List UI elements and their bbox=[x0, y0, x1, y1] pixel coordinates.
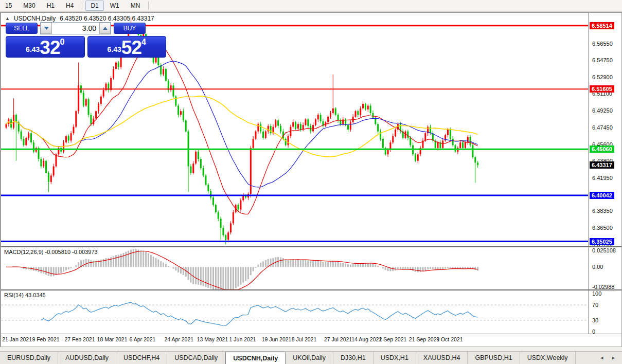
time-axis-label: 1 Jun 2021 bbox=[229, 336, 256, 342]
macd-axis[interactable]: 0.0251080.00-0.02988 bbox=[589, 247, 621, 289]
macd-signal-line bbox=[6, 251, 478, 289]
mt4-window: 15 M30 H1 H4 D1 W1 MN 6.565506.547506.52… bbox=[0, 0, 622, 364]
volume-decrease-button[interactable] bbox=[41, 23, 52, 34]
chart-tabbar: EURUSD,Daily AUDUSD,Daily USDCHF,H4 USDC… bbox=[0, 351, 622, 364]
macd-name: MACD(12,26,9) bbox=[4, 249, 43, 255]
timeframe-m30[interactable]: M30 bbox=[18, 1, 40, 11]
tab-ukoil-daily[interactable]: UKOil,Daily bbox=[286, 352, 333, 364]
axis-tick-label: 6.52900 bbox=[592, 74, 613, 80]
price-badge: 6.45060 bbox=[590, 145, 614, 153]
time-axis-label: 6 Apr 2021 bbox=[130, 336, 156, 342]
time-axis-label: 27 Jul 2021 bbox=[324, 336, 352, 342]
tab-usdcad-daily[interactable]: USDCAD,Daily bbox=[167, 352, 225, 364]
timeframe-h4[interactable]: H4 bbox=[61, 1, 79, 11]
timeframe-mn[interactable]: MN bbox=[126, 1, 146, 11]
toolbar-separator bbox=[82, 2, 82, 10]
tab-usdcnh-daily[interactable]: USDCNH,Daily bbox=[225, 352, 286, 364]
macd-label: MACD(12,26,9) -0.005810 -0.003973 bbox=[4, 249, 98, 255]
volume-control bbox=[40, 22, 111, 34]
tab-usdx-weekly[interactable]: USDX,Weekly bbox=[520, 352, 576, 364]
sell-price-tile[interactable]: 6.43320 bbox=[6, 36, 85, 58]
triangle-up-icon bbox=[103, 27, 108, 30]
volume-input[interactable] bbox=[52, 23, 99, 33]
tab-dj30-h1[interactable]: DJ30,H1 bbox=[333, 352, 374, 364]
axis-tick-label: 0.00 bbox=[592, 264, 603, 270]
sell-price-prefix: 6.43 bbox=[26, 45, 40, 53]
macd-pane: 0.0251080.00-0.02988 MACD(12,26,9) -0.00… bbox=[1, 247, 621, 289]
time-axis-label: 9 Feb 2021 bbox=[32, 336, 59, 342]
rsi-label: RSI(14) 43.0345 bbox=[4, 292, 46, 298]
time-axis-label: 13 May 2021 bbox=[197, 336, 228, 342]
rsi-name: RSI(14) bbox=[4, 292, 24, 298]
triangle-down-icon bbox=[44, 27, 49, 30]
rsi-value: 43.0345 bbox=[25, 292, 46, 298]
one-click-trading-panel: SELL BUY 6.43320 bbox=[6, 22, 166, 58]
axis-tick-label: 6.41950 bbox=[592, 175, 613, 181]
collapse-arrow-icon[interactable]: ▲ bbox=[5, 16, 10, 21]
time-axis-label: 18 Mar 2021 bbox=[97, 336, 128, 342]
timeframe-h1[interactable]: H1 bbox=[42, 1, 60, 11]
axis-tick-label: 6.38350 bbox=[592, 208, 613, 214]
timeframe-toolbar: 15 M30 H1 H4 D1 W1 MN bbox=[0, 0, 622, 12]
tab-usdchf-h4[interactable]: USDCHF,H4 bbox=[116, 352, 167, 364]
timeframe-m15[interactable]: 15 bbox=[0, 1, 17, 11]
time-axis-label: 2 Sep 2021 bbox=[379, 336, 407, 342]
tab-usdx-h1[interactable]: USDX,H1 bbox=[374, 352, 416, 364]
main-chart-pane: 6.565506.547506.529006.511006.492506.474… bbox=[1, 13, 621, 246]
buy-button[interactable]: BUY bbox=[114, 23, 146, 34]
tab-gbpusd-h1[interactable]: GBPUSD,H1 bbox=[468, 352, 520, 364]
chart-symbol-label: USDCNH,Daily bbox=[14, 15, 56, 22]
axis-tick-label: 0.025108 bbox=[592, 247, 616, 253]
volume-increase-button[interactable] bbox=[99, 23, 111, 34]
chart-ohlc-values: 6.43520 6.43520 6.43305 6.43317 bbox=[60, 15, 154, 22]
time-axis-label: 24 Apr 2021 bbox=[165, 336, 194, 342]
tab-xauusd-h4[interactable]: XAUUSD,H4 bbox=[416, 352, 468, 364]
sell-price-sup: 0 bbox=[60, 38, 65, 47]
rsi-line bbox=[41, 302, 478, 325]
axis-tick-label: 6.49250 bbox=[592, 107, 613, 114]
time-axis-label: 21 Jan 2021 bbox=[2, 336, 32, 342]
tab-audusd-daily[interactable]: AUDUSD,Daily bbox=[58, 352, 116, 364]
ma-slow-line bbox=[6, 96, 478, 157]
price-badge: 6.35025 bbox=[590, 238, 614, 245]
axis-tick-label: 30 bbox=[592, 317, 598, 323]
price-badge: 6.40042 bbox=[590, 192, 614, 199]
tab-scroll-right-icon[interactable]: ► bbox=[611, 355, 616, 360]
chart-title: ▲ USDCNH,Daily 6.43520 6.43520 6.43305 6… bbox=[5, 15, 154, 22]
buy-price-prefix: 6.43 bbox=[108, 45, 121, 53]
axis-tick-label: 6.36500 bbox=[592, 225, 613, 231]
price-axis[interactable]: 6.565506.547506.529006.511006.492506.474… bbox=[589, 13, 621, 246]
price-badge: 6.51605 bbox=[590, 85, 614, 93]
price-badge: 6.43317 bbox=[590, 161, 614, 169]
axis-tick-label: 70 bbox=[592, 302, 598, 308]
rsi-canvas[interactable] bbox=[1, 290, 588, 334]
sell-button[interactable]: SELL bbox=[6, 23, 38, 34]
rsi-axis[interactable]: 10070300 bbox=[589, 290, 621, 334]
time-axis-label: 14 Aug 2021 bbox=[351, 336, 382, 342]
time-axis-label: 21 Sep 2021 bbox=[409, 336, 440, 342]
sell-price-big: 32 bbox=[40, 39, 60, 56]
buy-price-big: 52 bbox=[121, 39, 141, 56]
axis-tick-label: 6.47450 bbox=[592, 124, 613, 131]
window-resize-strip bbox=[0, 347, 622, 351]
buy-price-sup: 4 bbox=[141, 38, 146, 47]
tab-scroll-left-icon[interactable]: ◄ bbox=[599, 355, 604, 360]
chart-window: 6.565506.547506.529006.511006.492506.474… bbox=[0, 12, 622, 347]
tab-eurusd-daily[interactable]: EURUSD,Daily bbox=[0, 352, 58, 364]
tab-scroll-arrows: ◄ ► bbox=[599, 352, 622, 364]
timeframe-d1[interactable]: D1 bbox=[85, 1, 103, 11]
ma-medium-line bbox=[6, 61, 478, 187]
axis-tick-label: 6.56550 bbox=[592, 41, 613, 47]
price-badge: 6.58514 bbox=[590, 22, 614, 29]
time-axis[interactable]: 21 Jan 20219 Feb 202127 Feb 202118 Mar 2… bbox=[1, 334, 621, 345]
time-axis-label: 27 Feb 2021 bbox=[65, 336, 95, 342]
timeframe-w1[interactable]: W1 bbox=[105, 1, 125, 11]
time-axis-label: 8 Jul 2021 bbox=[292, 336, 316, 342]
macd-values: -0.005810 -0.003973 bbox=[45, 249, 97, 255]
ma-fast-line bbox=[6, 42, 478, 214]
time-axis-label: 19 Jun 2021 bbox=[262, 336, 292, 342]
buy-price-tile[interactable]: 6.43524 bbox=[87, 36, 167, 58]
axis-tick-label: 100 bbox=[592, 290, 601, 297]
rsi-pane: 10070300 RSI(14) 43.0345 bbox=[1, 290, 621, 334]
time-axis-label: 9 Oct 2021 bbox=[436, 336, 463, 342]
